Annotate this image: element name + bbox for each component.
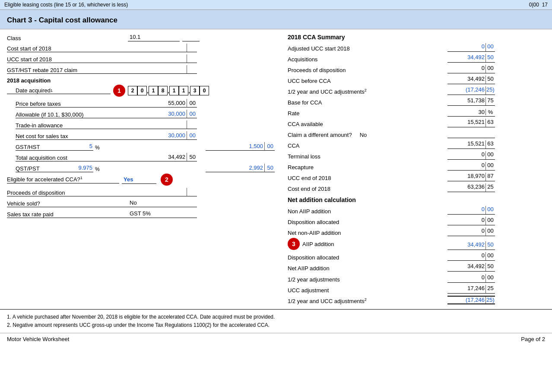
gst-row: GST/HST 5 % 1,500 00 [7,141,275,151]
half-year-adj-field[interactable]: (17,246 25) [447,86,495,95]
cca-label: CCA [288,142,447,149]
qst-dec[interactable]: 50 [264,164,275,172]
half-year-adj2-row: 1/2 year adjustments 0 00 [288,273,545,283]
base-cca-field[interactable]: 51,738 75 [447,97,495,106]
accel-row: Eligible for accelerated CCA?1 Yes 2 [7,174,275,186]
half-year-adj2-field[interactable]: 0 00 [447,274,495,283]
net-non-aiip-label: Net non-AIIP addition [288,230,447,236]
netcost-dec[interactable]: 00 [187,131,197,140]
tradein-dec[interactable] [187,120,197,129]
disp-alloc1-field[interactable]: 0 00 [447,217,495,225]
gst-main[interactable]: 1,500 [206,142,264,151]
ucc-start-dec[interactable] [187,54,197,63]
summary-rows: Adjusted UCC start 2018 0 00 Acquisition… [288,42,545,192]
date-d2[interactable]: 0 [137,86,147,95]
terminal-field[interactable]: 0 00 [447,151,495,160]
gst-label: GST/HST [16,144,67,151]
date-acquired-row: Date acquired1 1 2 0 , 1 8 , 1 1 , 3 0 [7,85,275,97]
total-main[interactable]: 34,492 [128,153,187,161]
date-d6[interactable]: 1 [179,86,188,95]
date-d4[interactable]: 8 [158,86,168,95]
gst-rebate-main[interactable] [128,65,187,74]
proceeds-disp-field[interactable]: 0 00 [447,65,495,73]
proceeds-main[interactable] [128,188,187,196]
net-non-aiip-field[interactable]: 0 00 [447,228,495,236]
acquisitions-field[interactable]: 34,492 50 [447,54,495,63]
acquisition-title: 2018 acquisition [7,77,275,84]
adj-ucc-field[interactable]: 0 00 [447,43,495,52]
class-field2[interactable] [182,33,200,41]
gst-pct-field[interactable]: 5 [67,142,93,151]
total-label: Total acquisition cost [16,155,128,161]
date-d8[interactable]: 0 [200,86,209,95]
date-d5[interactable]: 1 [169,86,179,95]
cca-avail-label: CCA available [288,121,447,127]
ucc-end-field[interactable]: 18,970 87 [447,173,495,181]
recapture-field[interactable]: 0 00 [447,162,495,171]
date-boxes: 2 0 , 1 8 , 1 1 , 3 0 [128,86,209,95]
half-ucc-adj-label: 1/2 year and UCC adjustments2 [288,297,447,304]
bubble-2: 2 [161,174,173,186]
ucc-adj-field[interactable]: 17,246 25 [447,285,495,294]
disp-alloc2-field[interactable]: 0 00 [447,252,495,261]
allowable-dec[interactable]: 00 [187,110,197,118]
vehicle-value[interactable]: No [128,199,197,207]
footer-right: Page of 2 [521,336,545,342]
allowable-main[interactable]: 30,000 [128,110,187,118]
tradein-label: Trade-in allowance [16,122,128,129]
disp-alloc1-label: Disposition allocated [288,219,447,225]
net-addition-section: Net addition calculation Non AIIP additi… [288,196,545,304]
base-cca-label: Base for CCA [288,99,447,106]
date-d7[interactable]: 3 [190,86,200,95]
rate-label: Rate [288,110,447,117]
ucc-start-label: UCC start of 2018 [7,56,128,63]
date-d1[interactable]: 2 [128,86,137,95]
aiip-field[interactable]: 34,492 50 [447,241,495,250]
disp-alloc2-row: Disposition allocated 0 00 [288,251,545,261]
date-sup: 1 [51,89,53,93]
class-row: Class 10.1 [7,33,275,41]
right-section: 2018 CCA Summary Adjusted UCC start 2018… [283,33,545,306]
non-aiip-label: Non AIIP addition [288,208,447,215]
date-acquired-label: Date acquired [7,87,51,94]
summary-title: 2018 CCA Summary [288,34,545,41]
ucc-start-main[interactable] [128,54,187,63]
cost-start-main[interactable] [128,44,187,52]
adj-ucc-row: Adjusted UCC start 2018 0 00 [288,42,545,52]
price-dec[interactable]: 00 [187,99,197,107]
vehicle-label: Vehicle sold? [7,200,128,207]
bubble-1: 1 [113,85,125,97]
cca-field[interactable]: 15,521 63 [447,140,495,149]
vehicle-row: Vehicle sold? No [7,198,275,207]
price-main[interactable]: 55,000 [128,99,187,107]
ucc-start-row: UCC start of 2018 [7,54,275,63]
netcost-main[interactable]: 30,000 [128,131,187,140]
accel-value[interactable]: Yes [122,175,156,184]
cost-start-dec[interactable] [187,44,197,52]
claim-diff-field[interactable] [447,130,495,138]
proceeds-disp-row: Proceeds of disposition 0 00 [288,64,545,73]
footnotes: 1. A vehicle purchased after November 20… [0,309,552,333]
non-aiip-field[interactable]: 0 00 [447,206,495,215]
salestax-value[interactable]: GST 5% [128,209,197,218]
price-label: Price before taxes [16,101,128,107]
gst-dec[interactable]: 00 [264,142,275,151]
proceeds-dec[interactable] [187,188,197,196]
rate-field[interactable]: 30 % [447,108,495,117]
allowable-label: Allowable (if 10.1, $30,000) [16,111,128,118]
cca-avail-field[interactable]: 15,521 63 [447,119,495,127]
total-dec[interactable]: 50 [187,153,197,161]
half-ucc-adj-field[interactable]: (17,246 25) [447,296,495,304]
gst-rebate-dec[interactable] [187,65,197,74]
ucc-before-label: UCC before CCA [288,78,447,84]
date-d3[interactable]: 1 [149,86,158,95]
chart-title: Chart 3 - Capital cost allowance [7,16,117,24]
net-aiip-field[interactable]: 34,492 50 [447,263,495,272]
ucc-before-field[interactable]: 34,492 50 [447,76,495,84]
cost-end-field[interactable]: 63,236 25 [447,183,495,192]
qst-pct-field[interactable]: 9.975 [67,164,93,172]
class-field[interactable]: 10.1 [128,33,180,41]
gst-rebate-label: GST/HST rebate 2017 claim [7,67,128,74]
tradein-main[interactable] [128,120,187,129]
qst-main[interactable]: 2,992 [206,164,264,172]
